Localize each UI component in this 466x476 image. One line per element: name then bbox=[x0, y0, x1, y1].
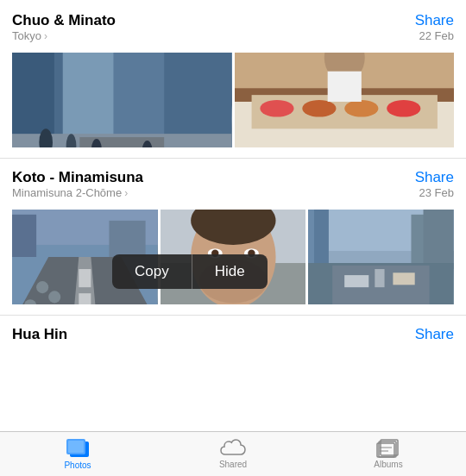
photo-thumb-sushi[interactable] bbox=[235, 53, 455, 147]
svg-rect-28 bbox=[79, 269, 91, 287]
svg-rect-5 bbox=[164, 53, 231, 147]
location-date: 22 Feb bbox=[419, 29, 454, 42]
svg-rect-46 bbox=[314, 210, 329, 269]
main-content: Chuo & Minato Tokyo › Share 22 Feb bbox=[0, 0, 466, 431]
tab-shared[interactable]: Shared bbox=[155, 439, 311, 469]
svg-rect-21 bbox=[327, 72, 361, 102]
section-header-right-koto: Share 23 Feb bbox=[415, 169, 454, 199]
photos-icon bbox=[66, 438, 90, 459]
chevron-right-icon: › bbox=[44, 30, 47, 42]
context-menu-copy[interactable]: Copy bbox=[112, 254, 192, 289]
svg-point-17 bbox=[302, 100, 336, 117]
photo-thumb-tokyo-street[interactable] bbox=[12, 53, 232, 147]
tab-photos[interactable]: Photos bbox=[0, 438, 155, 470]
tab-albums-label: Albums bbox=[374, 460, 402, 469]
tab-bar: Photos Shared Albums bbox=[0, 431, 466, 476]
svg-rect-48 bbox=[424, 210, 454, 269]
subtitle-text: Tokyo bbox=[12, 29, 41, 42]
location-subtitle-koto[interactable]: Minamisuna 2-Chōme › bbox=[12, 186, 143, 199]
svg-point-18 bbox=[344, 100, 378, 117]
albums-icon bbox=[376, 439, 400, 458]
cloud-icon bbox=[220, 439, 246, 458]
location-section-hua-hin: Hua Hin Share bbox=[0, 315, 466, 343]
svg-rect-53 bbox=[375, 269, 385, 287]
location-title-hua-hin: Hua Hin bbox=[12, 326, 67, 343]
svg-rect-56 bbox=[68, 441, 84, 453]
location-date-koto: 23 Feb bbox=[419, 186, 454, 199]
chevron-right-icon-koto: › bbox=[124, 187, 128, 199]
context-menu: Copy Hide bbox=[112, 254, 268, 289]
location-title-koto: Koto - Minamisuna bbox=[12, 169, 143, 186]
svg-point-31 bbox=[48, 291, 60, 303]
svg-rect-51 bbox=[345, 275, 369, 287]
share-button[interactable]: Share bbox=[415, 12, 454, 29]
context-menu-hide[interactable]: Hide bbox=[192, 254, 268, 289]
subtitle-text-koto: Minamisuna 2-Chōme bbox=[12, 186, 122, 199]
svg-rect-25 bbox=[109, 221, 145, 257]
section-header-right-hua-hin: Share bbox=[415, 326, 454, 343]
svg-point-19 bbox=[387, 100, 420, 117]
svg-rect-52 bbox=[394, 272, 415, 285]
tab-albums[interactable]: Albums bbox=[311, 439, 466, 469]
location-header: Chuo & Minato Tokyo › Share 22 Feb bbox=[12, 12, 454, 51]
location-section-chuo-minato: Chuo & Minato Tokyo › Share 22 Feb bbox=[0, 0, 466, 147]
svg-point-30 bbox=[36, 281, 48, 293]
photos-row-chuo bbox=[12, 53, 454, 147]
section-header-right: Share 22 Feb bbox=[415, 12, 454, 42]
location-header-koto: Koto - Minamisuna Minamisuna 2-Chōme › S… bbox=[12, 169, 454, 208]
location-title: Chuo & Minato bbox=[12, 12, 116, 29]
svg-rect-3 bbox=[12, 53, 54, 142]
photo-thumb-city-highway[interactable] bbox=[308, 210, 454, 304]
share-button-hua-hin[interactable]: Share bbox=[415, 326, 454, 343]
svg-rect-29 bbox=[79, 293, 91, 304]
tab-shared-label: Shared bbox=[219, 460, 247, 469]
location-subtitle[interactable]: Tokyo › bbox=[12, 29, 116, 42]
svg-rect-24 bbox=[12, 215, 36, 257]
svg-point-16 bbox=[260, 100, 293, 117]
tab-photos-label: Photos bbox=[64, 460, 91, 470]
share-button-koto[interactable]: Share bbox=[415, 169, 454, 186]
location-header-hua-hin: Hua Hin Share bbox=[12, 326, 454, 343]
